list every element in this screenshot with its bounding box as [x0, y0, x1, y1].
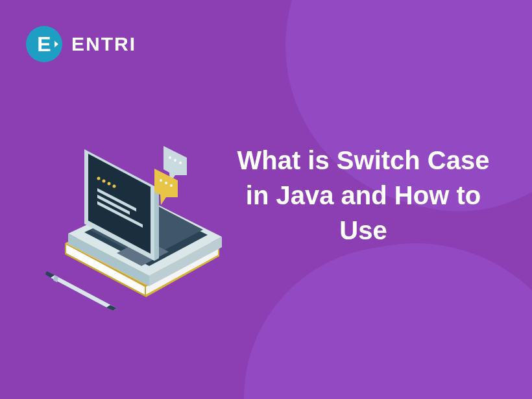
article-title: What is Switch Case in Java and How to U…	[234, 143, 493, 248]
svg-point-26	[174, 159, 176, 162]
svg-marker-32	[51, 275, 117, 311]
play-arrow-icon	[54, 41, 58, 47]
laptop-illustration	[45, 117, 240, 311]
svg-point-20	[113, 185, 116, 188]
logo-letter: E	[37, 34, 51, 54]
brand-name: ENTRI	[71, 33, 136, 55]
svg-point-31	[170, 184, 173, 187]
svg-point-25	[169, 156, 171, 159]
svg-point-27	[179, 162, 182, 164]
svg-point-17	[97, 177, 101, 180]
svg-point-19	[108, 182, 111, 186]
svg-point-18	[103, 180, 106, 183]
svg-point-30	[165, 182, 167, 184]
brand-logo: E ENTRI	[26, 26, 136, 62]
svg-marker-15	[154, 184, 159, 261]
logo-circle-icon: E	[26, 26, 62, 62]
svg-point-29	[160, 179, 162, 182]
